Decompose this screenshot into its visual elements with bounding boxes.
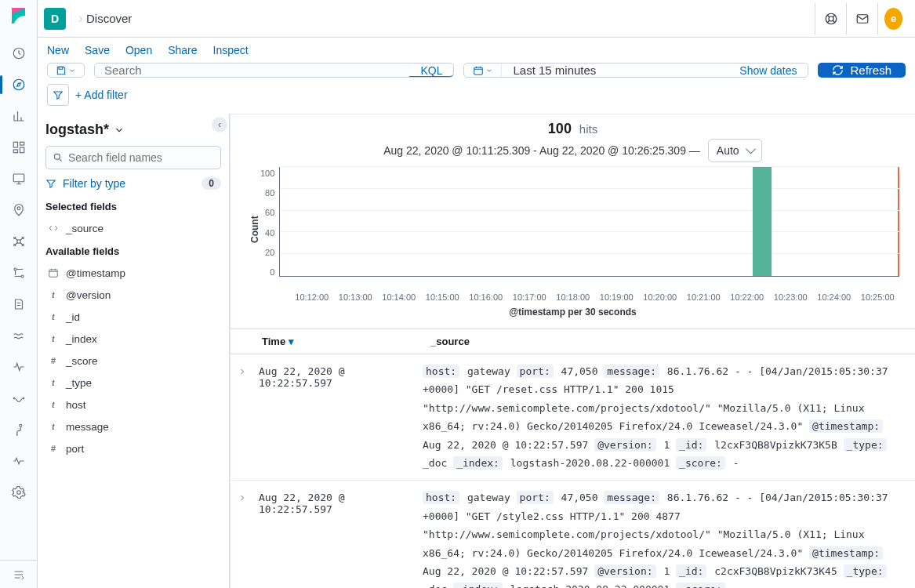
expand-row-button[interactable]: [231, 488, 254, 588]
svg-point-19: [16, 491, 20, 495]
app-chip[interactable]: D: [44, 8, 66, 30]
menu-share[interactable]: Share: [168, 44, 197, 56]
field-type-icon: #: [47, 354, 60, 367]
show-dates-link[interactable]: Show dates: [728, 64, 808, 77]
filter-options-button[interactable]: [47, 84, 69, 106]
time-range-row: Aug 22, 2020 @ 10:11:25.309 - Aug 22, 20…: [231, 139, 915, 167]
field-item[interactable]: t_type: [45, 372, 221, 394]
field-search-input[interactable]: [68, 151, 214, 164]
refresh-label: Refresh: [850, 64, 891, 77]
collapse-sidebar-button[interactable]: ‹: [212, 117, 227, 132]
field-name: port: [66, 443, 84, 455]
field-type-icon: t: [47, 289, 60, 301]
sort-desc-icon: ▾: [289, 336, 294, 347]
nav-visualize-icon[interactable]: [6, 103, 31, 129]
nav-apm-icon[interactable]: [6, 323, 31, 348]
nav-uptime-icon[interactable]: [6, 354, 31, 379]
hits-row: 100 hits: [231, 114, 915, 139]
menu-new[interactable]: New: [47, 44, 69, 56]
field-search[interactable]: [45, 146, 221, 169]
user-menu[interactable]: e: [877, 3, 909, 34]
svg-rect-4: [20, 147, 24, 153]
filter-by-type[interactable]: Filter by type 0: [45, 177, 221, 190]
time-range-text: Aug 22, 2020 @ 10:11:25.309 - Aug 22, 20…: [383, 144, 700, 157]
field-name: @timestamp: [66, 267, 125, 279]
field-name: _source: [66, 223, 103, 234]
histogram-chart[interactable]: Count 100806040200: [246, 167, 899, 292]
kibana-logo[interactable]: [9, 6, 28, 25]
field-type-icon: t: [47, 376, 60, 389]
date-range-text[interactable]: Last 15 minutes: [502, 64, 728, 77]
breadcrumb-divider: ›: [78, 10, 83, 27]
chart-bar[interactable]: [753, 167, 772, 276]
kql-toggle[interactable]: KQL: [409, 64, 453, 77]
svg-point-21: [829, 16, 833, 21]
index-pattern-name: logstash*: [45, 122, 109, 138]
add-filter-link[interactable]: + Add filter: [75, 89, 128, 101]
nav-monitor-icon[interactable]: [6, 448, 31, 474]
date-picker: Last 15 minutes Show dates: [463, 63, 808, 78]
nav-settings-icon[interactable]: [6, 480, 31, 505]
menu-inspect[interactable]: Inspect: [213, 44, 249, 56]
svg-rect-6: [13, 174, 24, 182]
nav-maps-icon[interactable]: [6, 198, 31, 223]
nav-dashboard-icon[interactable]: [6, 135, 31, 160]
newsfeed-icon[interactable]: [846, 3, 877, 34]
field-type-icon: t: [47, 420, 60, 433]
menu-save[interactable]: Save: [85, 44, 110, 56]
calendar-button[interactable]: [464, 64, 502, 77]
field-item[interactable]: tmessage: [45, 416, 221, 437]
field-name: message: [66, 421, 109, 433]
field-item[interactable]: t_index: [45, 328, 221, 350]
field-item[interactable]: thost: [45, 394, 221, 416]
field-name: _id: [66, 311, 80, 323]
th-expand: [231, 329, 254, 354]
saved-query-button[interactable]: [47, 63, 85, 78]
nav-logs-icon[interactable]: [6, 292, 31, 317]
field-item[interactable]: t_id: [45, 306, 221, 328]
field-name: @version: [66, 289, 111, 301]
svg-rect-26: [49, 270, 58, 277]
field-item[interactable]: @timestamp: [45, 262, 221, 284]
svg-point-20: [826, 13, 837, 24]
table-row: Aug 22, 2020 @ 10:22:57.597host: gateway…: [231, 481, 915, 588]
nav-ml-icon[interactable]: [6, 229, 31, 254]
field-item[interactable]: t@version: [45, 284, 221, 306]
index-pattern-selector[interactable]: logstash*: [45, 117, 221, 146]
field-name: _type: [66, 377, 92, 389]
field-item[interactable]: #port: [45, 437, 221, 459]
nav-siem-icon[interactable]: [6, 386, 31, 411]
help-icon[interactable]: [815, 3, 846, 34]
svg-point-18: [16, 434, 17, 435]
nav-collapse-button[interactable]: [0, 560, 38, 588]
th-source[interactable]: _source: [423, 329, 477, 354]
field-name: _index: [66, 333, 97, 345]
refresh-button[interactable]: Refresh: [818, 63, 906, 78]
now-marker: [898, 167, 899, 276]
nav-rail: [0, 0, 38, 588]
nav-recent-icon[interactable]: [6, 41, 31, 66]
field-name: _score: [66, 355, 98, 367]
header-bar: D › Discover e: [38, 0, 915, 38]
menu-open[interactable]: Open: [125, 44, 152, 56]
svg-point-14: [21, 275, 24, 278]
cell-time: Aug 22, 2020 @ 10:22:57.597: [254, 362, 423, 472]
interval-select[interactable]: Auto: [708, 139, 762, 162]
nav-metrics-icon[interactable]: [6, 260, 31, 285]
table-row: Aug 22, 2020 @ 10:22:57.597host: gateway…: [231, 354, 915, 481]
field-type-icon: t: [47, 310, 60, 323]
cell-source: host: gateway port: 47,050 message: 86.1…: [423, 362, 915, 472]
field-type-icon: #: [47, 442, 60, 455]
field-item[interactable]: _source: [45, 217, 221, 239]
svg-rect-3: [20, 142, 24, 145]
field-item[interactable]: #_score: [45, 350, 221, 372]
th-time[interactable]: Time ▾: [254, 329, 423, 354]
nav-discover-icon[interactable]: [6, 72, 31, 97]
field-type-icon: [47, 267, 60, 279]
top-menu: New Save Open Share Inspect: [38, 38, 915, 60]
nav-canvas-icon[interactable]: [6, 166, 31, 191]
nav-dev-icon[interactable]: [6, 417, 31, 442]
expand-row-button[interactable]: [231, 362, 254, 472]
available-fields-label: Available fields: [45, 245, 221, 257]
search-input[interactable]: [95, 64, 409, 77]
